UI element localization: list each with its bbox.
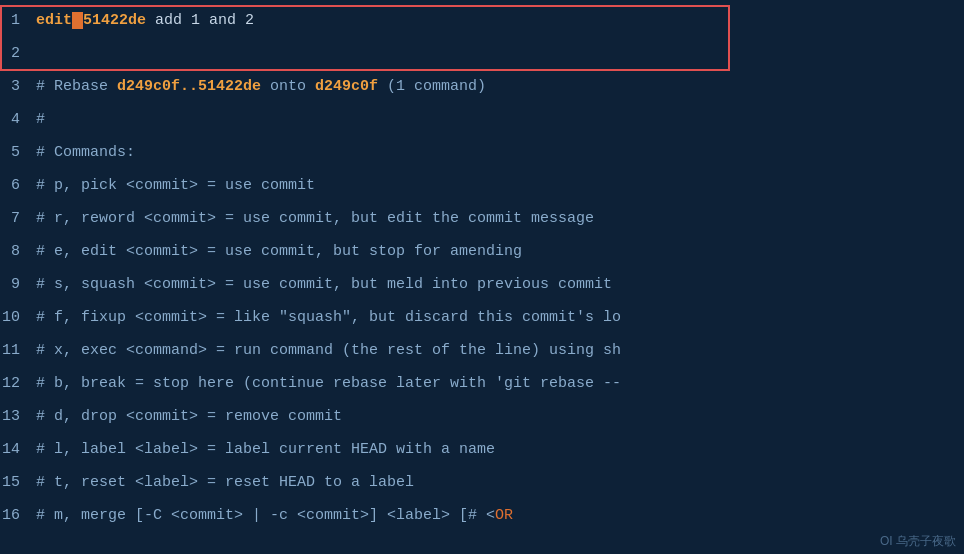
line-content-3: # Rebase d249c0f..51422de onto d249c0f (… (28, 78, 964, 95)
line-7: 7 # r, reword <commit> = use commit, but… (0, 202, 964, 235)
line-number-16: 16 (0, 507, 28, 524)
comment-onto: onto (261, 78, 315, 95)
line-11: 11 # x, exec <command> = run command (th… (0, 334, 964, 367)
commit-hash-1: 51422de (83, 12, 146, 29)
line-10: 10 # f, fixup <commit> = like "squash", … (0, 301, 964, 334)
line-6: 6 # p, pick <commit> = use commit (0, 169, 964, 202)
line-content-1[interactable]: edit 51422de add 1 and 2 (28, 12, 964, 29)
commit-hash-3b: d249c0f (315, 78, 378, 95)
line-content-6: # p, pick <commit> = use commit (28, 177, 964, 194)
line-12: 12 # b, break = stop here (continue reba… (0, 367, 964, 400)
line-4: 4 # (0, 103, 964, 136)
line-content-10: # f, fixup <commit> = like "squash", but… (28, 309, 964, 326)
line-content-11: # x, exec <command> = run command (the r… (28, 342, 964, 359)
line-number-10: 10 (0, 309, 28, 326)
commit-hash-3a: d249c0f..51422de (117, 78, 261, 95)
line-1: 1 edit 51422de add 1 and 2 (0, 4, 964, 37)
line-text-1: add 1 and 2 (146, 12, 254, 29)
line-content-5: # Commands: (28, 144, 964, 161)
keyword-edit: edit (36, 12, 72, 29)
line-14: 14 # l, label <label> = label current HE… (0, 433, 964, 466)
line-number-12: 12 (0, 375, 28, 392)
line-number-8: 8 (0, 243, 28, 260)
line-content-13: # d, drop <commit> = remove commit (28, 408, 964, 425)
line-3: 3 # Rebase d249c0f..51422de onto d249c0f… (0, 70, 964, 103)
line-number-5: 5 (0, 144, 28, 161)
line-content-4: # (28, 111, 964, 128)
line-16: 16 # m, merge [-C <commit> | -c <commit>… (0, 499, 964, 532)
line-5: 5 # Commands: (0, 136, 964, 169)
editor: 1 edit 51422de add 1 and 2 2 3 # Rebase … (0, 0, 964, 554)
comment-prefix-3: # Rebase (36, 78, 117, 95)
line-number-4: 4 (0, 111, 28, 128)
line-number-13: 13 (0, 408, 28, 425)
line-number-15: 15 (0, 474, 28, 491)
watermark: OI 乌壳子夜歌 (880, 533, 956, 550)
line-number-11: 11 (0, 342, 28, 359)
line-number-7: 7 (0, 210, 28, 227)
line-content-9: # s, squash <commit> = use commit, but m… (28, 276, 964, 293)
line-8: 8 # e, edit <commit> = use commit, but s… (0, 235, 964, 268)
line-content-15: # t, reset <label> = reset HEAD to a lab… (28, 474, 964, 491)
line-number-3: 3 (0, 78, 28, 95)
line-number-14: 14 (0, 441, 28, 458)
line-content-16: # m, merge [-C <commit> | -c <commit>] <… (28, 507, 964, 524)
line-number-9: 9 (0, 276, 28, 293)
line-number-2: 2 (0, 45, 28, 62)
line-9: 9 # s, squash <commit> = use commit, but… (0, 268, 964, 301)
line-content-12: # b, break = stop here (continue rebase … (28, 375, 964, 392)
line-content-14: # l, label <label> = label current HEAD … (28, 441, 964, 458)
cursor (72, 12, 83, 29)
line-content-2[interactable] (28, 45, 964, 62)
line-13: 13 # d, drop <commit> = remove commit (0, 400, 964, 433)
comment-suffix-3: (1 command) (378, 78, 486, 95)
line-number-6: 6 (0, 177, 28, 194)
line-number-1: 1 (0, 12, 28, 29)
line-content-8: # e, edit <commit> = use commit, but sto… (28, 243, 964, 260)
line-content-7: # r, reword <commit> = use commit, but e… (28, 210, 964, 227)
line-15: 15 # t, reset <label> = reset HEAD to a … (0, 466, 964, 499)
line-2: 2 (0, 37, 964, 70)
